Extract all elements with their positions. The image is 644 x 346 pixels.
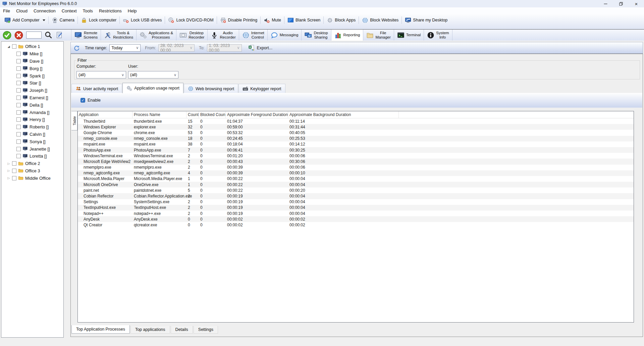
tree-computer-della[interactable]: Della [] [1, 101, 63, 109]
checkbox[interactable] [16, 96, 21, 100]
toolbar-share-my-desktop[interactable]: Share my Desktop [402, 15, 450, 25]
menu-help[interactable]: Help [125, 8, 140, 14]
ribbon-tools-restrictions[interactable]: Tools &Restrictions [101, 30, 137, 41]
tab-web-browsing-report[interactable]: Web browsing report [184, 84, 238, 93]
enable-checkbox[interactable]: ✓ [80, 98, 85, 103]
column-header-application[interactable]: Application [78, 111, 132, 118]
checkbox[interactable] [16, 52, 21, 56]
tree-group-office-3[interactable]: ▷Office 3 [1, 167, 63, 175]
tree-computer-joseph[interactable]: Joseph [] [1, 87, 63, 94]
checkbox[interactable] [16, 147, 21, 151]
checkbox[interactable] [12, 176, 16, 180]
menu-file[interactable]: File [0, 8, 13, 14]
search-input[interactable] [26, 32, 42, 39]
close-button[interactable]: × [629, 0, 644, 7]
cancel-button[interactable] [14, 31, 23, 40]
ribbon-file-manager[interactable]: FileManager [363, 30, 394, 41]
table-row[interactable]: SettingsSystemSettings.exe2000:00:1900:0… [78, 199, 634, 205]
tree-computer-star[interactable]: Star [] [1, 79, 63, 87]
ribbon-audio-recorder[interactable]: AudioRecorder [208, 30, 239, 41]
toolbar-disable-printing[interactable]: Disable Printing [217, 15, 261, 25]
column-header-approximate-foreground-duration[interactable]: Approximate Foreground Duration [226, 111, 288, 118]
export-excel-icon[interactable] [248, 45, 255, 51]
table-row[interactable]: AnyDeskAnyDesk.exe0000:00:0200:00:02 [78, 216, 634, 222]
toolbar-block-apps[interactable]: Block Apps [324, 15, 359, 25]
table-row[interactable]: Google Chromechrome.exe53000:53:3200:40:… [78, 130, 634, 135]
table-row[interactable]: Qt Creatorqtcreator.exe0000:00:0200:00:0… [78, 222, 634, 228]
tree-computer-spark[interactable]: Spark [] [1, 72, 63, 79]
toolbar-camera[interactable]: Camera [49, 15, 77, 25]
search-button[interactable] [45, 31, 52, 39]
expand-icon[interactable]: ▷ [7, 169, 10, 172]
toolbar-blank-screen[interactable]: Blank Screen [284, 15, 323, 25]
toolbar-lock-computer[interactable]: Lock computer [78, 15, 119, 25]
bottom-tab-settings[interactable]: Settings [194, 326, 218, 334]
checkbox[interactable] [16, 59, 21, 63]
checkbox[interactable] [16, 154, 21, 158]
checkbox[interactable] [16, 74, 21, 78]
checkbox[interactable] [16, 81, 21, 85]
checkbox[interactable] [16, 88, 21, 93]
tab-keylogger-report[interactable]: Keylogger report [238, 84, 285, 93]
checkbox[interactable] [16, 103, 21, 107]
toolbar-lock-usb-drives[interactable]: Lock USB drives [120, 15, 165, 25]
table-row[interactable]: Cobian ReflectorCobian.Reflector.Applica… [78, 193, 634, 199]
ribbon-reporting[interactable]: Reporting [331, 30, 364, 41]
to-date-field[interactable]: 1. 03. 2023 00:00∨ [207, 44, 242, 52]
table-row[interactable]: mspaint.exemspaint.exe38000:18:0400:14:1… [78, 141, 634, 147]
column-header-approximate-background-duration[interactable]: Approximate Background Duration [288, 111, 399, 118]
checkbox[interactable] [16, 139, 21, 144]
table-side-tab[interactable]: Table [71, 111, 77, 130]
notes-button[interactable] [55, 31, 63, 39]
expand-icon[interactable]: ▷ [7, 176, 10, 180]
tree-computer-jeanette[interactable]: Jeanette [] [1, 145, 63, 153]
table-row[interactable]: nmep_agtconfig.exenmep_agtconfig.exe4000… [78, 170, 634, 176]
refresh-icon[interactable] [73, 45, 80, 51]
computer-filter-select[interactable]: (all)∨ [76, 71, 126, 78]
checkbox[interactable] [12, 169, 16, 173]
tab-user-activity-report[interactable]: User activity report [71, 84, 122, 93]
expand-icon[interactable]: ▷ [7, 162, 10, 165]
ribbon-messaging[interactable]: Messaging [268, 30, 302, 41]
toolbar-mute[interactable]: Mute [261, 15, 284, 25]
tree-computer-dave[interactable]: Dave [] [1, 58, 63, 65]
menu-tools[interactable]: Tools [80, 8, 96, 14]
menu-context[interactable]: Context [59, 8, 80, 14]
toolbar-add-computer[interactable]: Add Computer [1, 15, 48, 25]
column-header-count[interactable]: Count [186, 111, 199, 118]
confirm-button[interactable] [3, 31, 11, 40]
tree-computer-sonya[interactable]: Sonya [] [1, 138, 63, 145]
maximize-button[interactable] [613, 0, 629, 7]
ribbon-internet-control[interactable]: InternetControl [239, 30, 268, 41]
menu-restrictions[interactable]: Restrictions [96, 8, 125, 14]
toolbar-lock-dvd-cd-rom[interactable]: Lock DVD/CD-ROM [165, 15, 216, 25]
checkbox[interactable] [12, 161, 16, 166]
from-date-field[interactable]: 28. 02. 2023 00:00∨ [158, 44, 195, 52]
ribbon-terminal[interactable]: Terminal [394, 30, 424, 41]
table-row[interactable]: Notepad++notepad++.exe2000:00:1900:00:04 [78, 211, 634, 216]
table-row[interactable]: Thunderbirdthunderbird.exe15001:04:3700:… [78, 118, 634, 124]
table-row[interactable]: Microsoft Edge WebView2msedgewebview2.ex… [78, 159, 634, 164]
ribbon-system-info[interactable]: SystemInfo [424, 30, 452, 41]
tree-group-office-2[interactable]: ▷Office 2 [1, 160, 63, 167]
checkbox[interactable] [16, 125, 21, 129]
tab-application-usage-report[interactable]: Application usage report [122, 83, 183, 93]
table-row[interactable]: TextInputHost.exeTextInputHost.exe2000:0… [78, 205, 634, 211]
user-filter-select[interactable]: (all)∨ [128, 71, 178, 78]
table-row[interactable]: Microsoft OneDriveOneDrive.exe1000:00:22… [78, 182, 634, 187]
menu-connection[interactable]: Connection [31, 8, 59, 14]
table-row[interactable]: paint.netpaintdotnet.exe5000:00:2200:00:… [78, 187, 634, 193]
column-header-process-name[interactable]: Process Name [132, 111, 186, 118]
table-row[interactable]: Microsoft.Media.PlayerMicrosoft.Media.Pl… [78, 176, 634, 182]
checkbox[interactable] [16, 132, 21, 136]
ribbon-desktop-recorder[interactable]: DesktopRecorder [176, 30, 208, 41]
collapse-icon[interactable]: ◢ [7, 45, 10, 48]
tree-computer-mike[interactable]: Mike [] [1, 50, 63, 58]
bottom-tab-details[interactable]: Details [171, 326, 193, 334]
ribbon-remote-screens[interactable]: RemoteScreens [71, 30, 101, 41]
tree-computer-borg[interactable]: Borg [] [1, 65, 63, 72]
toolbar-block-websites[interactable]: Block Websites [359, 15, 401, 25]
table-row[interactable]: nmemplpro.exenmemplpro.exe2000:00:3900:0… [78, 165, 634, 170]
bottom-tab-top-applications[interactable]: Top applications [130, 326, 170, 334]
tree-computer-loretta[interactable]: Loretta [] [1, 153, 63, 160]
